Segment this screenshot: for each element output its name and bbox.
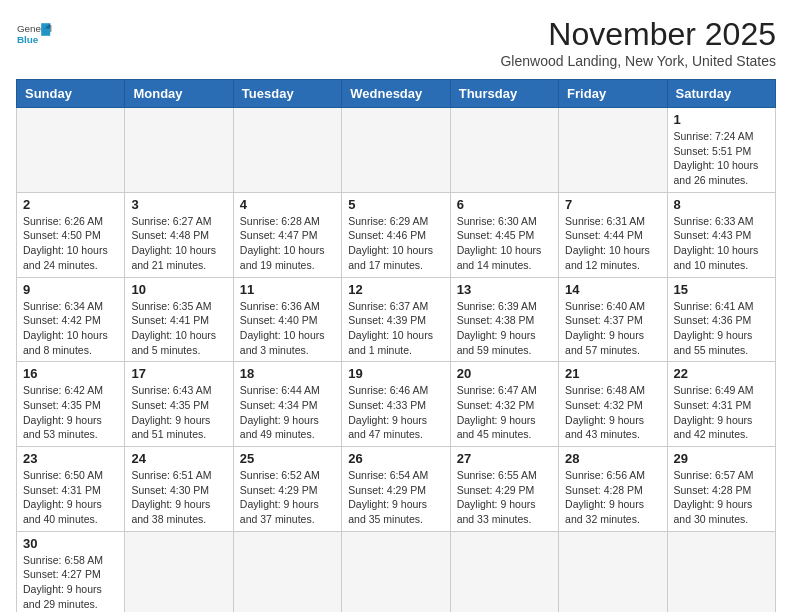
day-info: Sunrise: 6:50 AM Sunset: 4:31 PM Dayligh…	[23, 468, 118, 527]
day-info: Sunrise: 7:24 AM Sunset: 5:51 PM Dayligh…	[674, 129, 769, 188]
day-info: Sunrise: 6:44 AM Sunset: 4:34 PM Dayligh…	[240, 383, 335, 442]
day-info: Sunrise: 6:27 AM Sunset: 4:48 PM Dayligh…	[131, 214, 226, 273]
calendar-cell: 22Sunrise: 6:49 AM Sunset: 4:31 PM Dayli…	[667, 362, 775, 447]
calendar-cell: 2Sunrise: 6:26 AM Sunset: 4:50 PM Daylig…	[17, 192, 125, 277]
weekday-header-monday: Monday	[125, 80, 233, 108]
calendar-subtitle: Glenwood Landing, New York, United State…	[500, 53, 776, 69]
week-row-2: 9Sunrise: 6:34 AM Sunset: 4:42 PM Daylig…	[17, 277, 776, 362]
calendar-cell: 30Sunrise: 6:58 AM Sunset: 4:27 PM Dayli…	[17, 531, 125, 612]
calendar-cell: 29Sunrise: 6:57 AM Sunset: 4:28 PM Dayli…	[667, 447, 775, 532]
day-number: 14	[565, 282, 660, 297]
day-number: 18	[240, 366, 335, 381]
calendar-cell: 11Sunrise: 6:36 AM Sunset: 4:40 PM Dayli…	[233, 277, 341, 362]
calendar-cell	[667, 531, 775, 612]
calendar-cell	[342, 531, 450, 612]
calendar-cell	[17, 108, 125, 193]
calendar-cell	[450, 108, 558, 193]
day-info: Sunrise: 6:26 AM Sunset: 4:50 PM Dayligh…	[23, 214, 118, 273]
day-info: Sunrise: 6:40 AM Sunset: 4:37 PM Dayligh…	[565, 299, 660, 358]
calendar-cell: 13Sunrise: 6:39 AM Sunset: 4:38 PM Dayli…	[450, 277, 558, 362]
day-number: 22	[674, 366, 769, 381]
day-number: 6	[457, 197, 552, 212]
day-number: 2	[23, 197, 118, 212]
day-info: Sunrise: 6:30 AM Sunset: 4:45 PM Dayligh…	[457, 214, 552, 273]
header: General Blue November 2025 Glenwood Land…	[16, 16, 776, 69]
day-info: Sunrise: 6:55 AM Sunset: 4:29 PM Dayligh…	[457, 468, 552, 527]
logo-icon: General Blue	[16, 16, 52, 52]
weekday-header-tuesday: Tuesday	[233, 80, 341, 108]
day-number: 1	[674, 112, 769, 127]
day-info: Sunrise: 6:28 AM Sunset: 4:47 PM Dayligh…	[240, 214, 335, 273]
week-row-5: 30Sunrise: 6:58 AM Sunset: 4:27 PM Dayli…	[17, 531, 776, 612]
calendar-cell	[233, 108, 341, 193]
day-number: 13	[457, 282, 552, 297]
calendar-cell: 1Sunrise: 7:24 AM Sunset: 5:51 PM Daylig…	[667, 108, 775, 193]
day-number: 12	[348, 282, 443, 297]
day-number: 7	[565, 197, 660, 212]
calendar-cell: 17Sunrise: 6:43 AM Sunset: 4:35 PM Dayli…	[125, 362, 233, 447]
day-info: Sunrise: 6:56 AM Sunset: 4:28 PM Dayligh…	[565, 468, 660, 527]
calendar-cell: 20Sunrise: 6:47 AM Sunset: 4:32 PM Dayli…	[450, 362, 558, 447]
calendar-cell: 9Sunrise: 6:34 AM Sunset: 4:42 PM Daylig…	[17, 277, 125, 362]
svg-text:Blue: Blue	[17, 34, 39, 45]
day-info: Sunrise: 6:39 AM Sunset: 4:38 PM Dayligh…	[457, 299, 552, 358]
day-number: 20	[457, 366, 552, 381]
calendar-cell: 16Sunrise: 6:42 AM Sunset: 4:35 PM Dayli…	[17, 362, 125, 447]
day-number: 8	[674, 197, 769, 212]
calendar-table: SundayMondayTuesdayWednesdayThursdayFrid…	[16, 79, 776, 612]
weekday-header-friday: Friday	[559, 80, 667, 108]
day-number: 25	[240, 451, 335, 466]
day-number: 28	[565, 451, 660, 466]
calendar-cell	[559, 108, 667, 193]
logo: General Blue	[16, 16, 52, 52]
day-number: 17	[131, 366, 226, 381]
calendar-cell: 10Sunrise: 6:35 AM Sunset: 4:41 PM Dayli…	[125, 277, 233, 362]
day-number: 3	[131, 197, 226, 212]
weekday-header-row: SundayMondayTuesdayWednesdayThursdayFrid…	[17, 80, 776, 108]
week-row-3: 16Sunrise: 6:42 AM Sunset: 4:35 PM Dayli…	[17, 362, 776, 447]
calendar-cell: 27Sunrise: 6:55 AM Sunset: 4:29 PM Dayli…	[450, 447, 558, 532]
week-row-0: 1Sunrise: 7:24 AM Sunset: 5:51 PM Daylig…	[17, 108, 776, 193]
day-info: Sunrise: 6:29 AM Sunset: 4:46 PM Dayligh…	[348, 214, 443, 273]
day-number: 5	[348, 197, 443, 212]
day-number: 27	[457, 451, 552, 466]
day-number: 10	[131, 282, 226, 297]
calendar-cell: 4Sunrise: 6:28 AM Sunset: 4:47 PM Daylig…	[233, 192, 341, 277]
calendar-title: November 2025	[500, 16, 776, 53]
day-number: 15	[674, 282, 769, 297]
day-info: Sunrise: 6:48 AM Sunset: 4:32 PM Dayligh…	[565, 383, 660, 442]
day-number: 11	[240, 282, 335, 297]
day-number: 21	[565, 366, 660, 381]
calendar-cell	[450, 531, 558, 612]
day-info: Sunrise: 6:34 AM Sunset: 4:42 PM Dayligh…	[23, 299, 118, 358]
calendar-cell: 8Sunrise: 6:33 AM Sunset: 4:43 PM Daylig…	[667, 192, 775, 277]
calendar-cell: 12Sunrise: 6:37 AM Sunset: 4:39 PM Dayli…	[342, 277, 450, 362]
day-info: Sunrise: 6:37 AM Sunset: 4:39 PM Dayligh…	[348, 299, 443, 358]
weekday-header-thursday: Thursday	[450, 80, 558, 108]
day-info: Sunrise: 6:52 AM Sunset: 4:29 PM Dayligh…	[240, 468, 335, 527]
day-number: 24	[131, 451, 226, 466]
day-number: 26	[348, 451, 443, 466]
day-number: 19	[348, 366, 443, 381]
day-number: 23	[23, 451, 118, 466]
week-row-1: 2Sunrise: 6:26 AM Sunset: 4:50 PM Daylig…	[17, 192, 776, 277]
calendar-cell	[342, 108, 450, 193]
calendar-cell: 6Sunrise: 6:30 AM Sunset: 4:45 PM Daylig…	[450, 192, 558, 277]
day-info: Sunrise: 6:42 AM Sunset: 4:35 PM Dayligh…	[23, 383, 118, 442]
day-number: 16	[23, 366, 118, 381]
day-info: Sunrise: 6:36 AM Sunset: 4:40 PM Dayligh…	[240, 299, 335, 358]
title-area: November 2025 Glenwood Landing, New York…	[500, 16, 776, 69]
calendar-cell: 19Sunrise: 6:46 AM Sunset: 4:33 PM Dayli…	[342, 362, 450, 447]
weekday-header-sunday: Sunday	[17, 80, 125, 108]
calendar-cell: 25Sunrise: 6:52 AM Sunset: 4:29 PM Dayli…	[233, 447, 341, 532]
week-row-4: 23Sunrise: 6:50 AM Sunset: 4:31 PM Dayli…	[17, 447, 776, 532]
day-number: 30	[23, 536, 118, 551]
day-info: Sunrise: 6:54 AM Sunset: 4:29 PM Dayligh…	[348, 468, 443, 527]
calendar-cell: 23Sunrise: 6:50 AM Sunset: 4:31 PM Dayli…	[17, 447, 125, 532]
calendar-cell	[125, 108, 233, 193]
day-info: Sunrise: 6:31 AM Sunset: 4:44 PM Dayligh…	[565, 214, 660, 273]
day-info: Sunrise: 6:57 AM Sunset: 4:28 PM Dayligh…	[674, 468, 769, 527]
calendar-cell: 28Sunrise: 6:56 AM Sunset: 4:28 PM Dayli…	[559, 447, 667, 532]
day-info: Sunrise: 6:49 AM Sunset: 4:31 PM Dayligh…	[674, 383, 769, 442]
day-info: Sunrise: 6:46 AM Sunset: 4:33 PM Dayligh…	[348, 383, 443, 442]
